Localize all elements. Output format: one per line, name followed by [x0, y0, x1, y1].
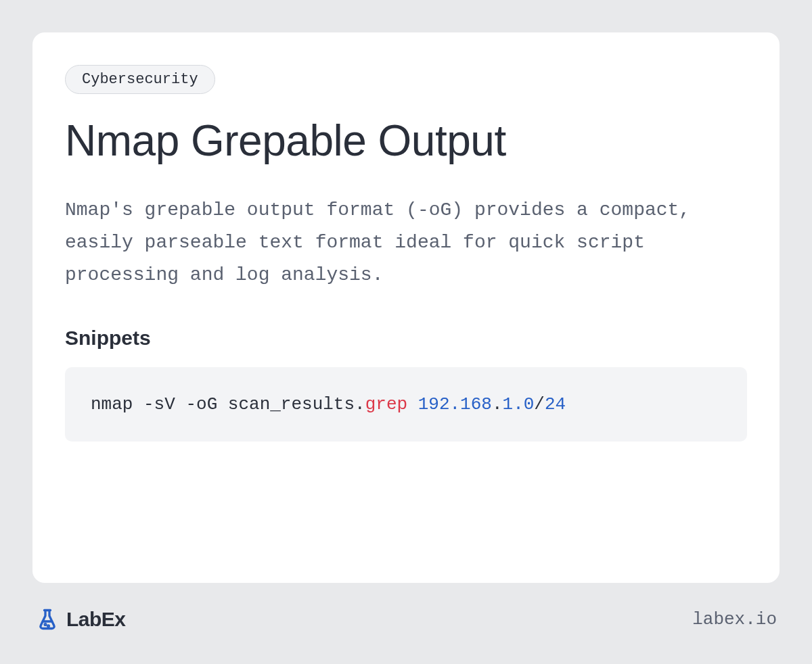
code-text: nmap -sV -oG scan_results.: [91, 394, 365, 414]
code-text: .: [492, 394, 503, 414]
code-text: /: [534, 394, 545, 414]
footer: LabEx labex.io: [32, 607, 780, 632]
code-ip-part: 192.168: [418, 394, 492, 414]
code-text: [407, 394, 418, 414]
brand-name: LabEx: [66, 608, 126, 631]
brand-url: labex.io: [692, 609, 777, 630]
page-title: Nmap Grepable Output: [65, 116, 747, 166]
brand-logo: LabEx: [35, 607, 126, 632]
content-card: Cybersecurity Nmap Grepable Output Nmap'…: [32, 32, 780, 583]
svg-point-0: [45, 624, 46, 625]
code-keyword-grep: grep: [365, 394, 407, 414]
code-cidr: 24: [545, 394, 566, 414]
category-tag: Cybersecurity: [65, 65, 215, 94]
description-text: Nmap's grepable output format (-oG) prov…: [65, 194, 747, 291]
flask-icon: [35, 607, 60, 632]
svg-point-1: [48, 625, 49, 627]
code-snippet: nmap -sV -oG scan_results.grep 192.168.1…: [65, 367, 747, 442]
code-ip-part: 1.0: [503, 394, 535, 414]
snippets-heading: Snippets: [65, 327, 747, 350]
